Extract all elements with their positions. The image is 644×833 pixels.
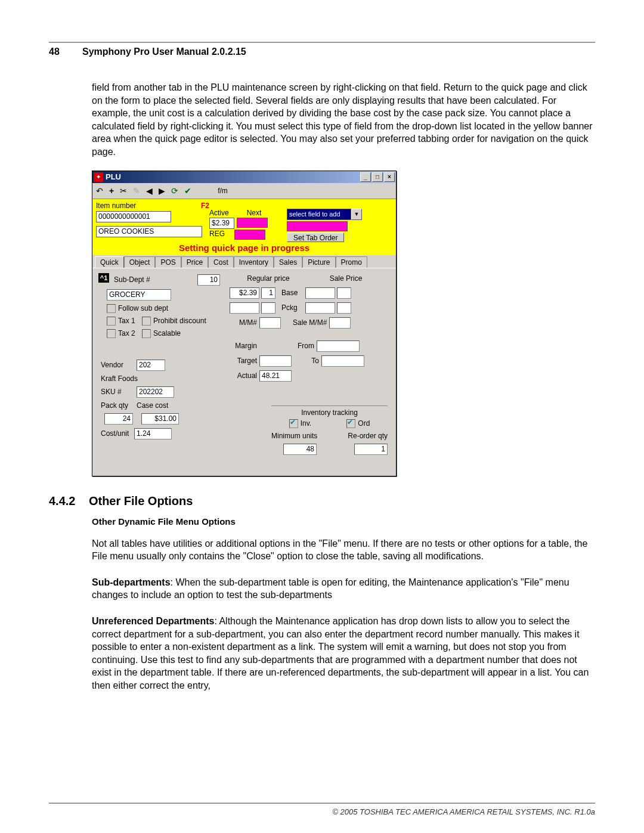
vendor-input[interactable] — [137, 360, 165, 371]
cut-icon[interactable]: ✂ — [120, 186, 127, 196]
reg-label: REG — [209, 230, 232, 240]
casecost-label: Case cost — [137, 401, 168, 410]
tab-cost[interactable]: Cost — [208, 256, 234, 268]
fm-label[interactable]: f/m — [218, 187, 228, 195]
p3-bold: Unreferenced Departments — [92, 616, 214, 626]
page-header: 48 Symphony Pro User Manual 2.0.2.15 — [49, 47, 595, 57]
pckg-qty-input[interactable] — [261, 302, 275, 314]
sale-price-label: Sale Price — [307, 274, 385, 283]
vendor-name: Kraft Foods — [101, 374, 138, 383]
tab-sales[interactable]: Sales — [274, 256, 302, 268]
sale-pckg-qty-input[interactable] — [337, 302, 351, 314]
minimize-button[interactable]: _ — [360, 172, 371, 182]
from-input[interactable] — [317, 340, 360, 352]
undo-icon[interactable]: ↶ — [96, 186, 103, 196]
tax2-checkbox[interactable] — [107, 329, 116, 338]
prev-icon[interactable]: ◀ — [146, 186, 153, 196]
casecost-input[interactable] — [141, 413, 179, 425]
subdept-name-input[interactable] — [107, 289, 171, 301]
base-label: Base — [281, 289, 305, 297]
sku-input[interactable] — [137, 386, 174, 398]
intro-paragraph: field from another tab in the PLU mainte… — [92, 81, 595, 159]
mm-label: M/M# — [230, 318, 257, 327]
combo-dropdown-icon[interactable]: ▼ — [351, 209, 362, 220]
packqty-input[interactable] — [104, 413, 133, 425]
refresh-icon[interactable]: ⟳ — [171, 186, 178, 196]
titlebar: ✦ PLU _ □ × — [92, 171, 396, 183]
section-title: Other File Options — [89, 494, 193, 507]
subdept-input[interactable] — [197, 274, 220, 286]
plu-window: ✦ PLU _ □ × ↶ + ✂ ✎ ◀ ▶ ⟳ ✔ f/m Ite — [92, 171, 397, 476]
active-price-input[interactable] — [209, 218, 234, 229]
target-label: Target — [230, 357, 257, 365]
regular-price-label: Regular price — [230, 274, 307, 283]
reorder-label: Re-order qty — [348, 432, 388, 440]
next-icon[interactable]: ▶ — [159, 186, 165, 196]
inv-label: Inv. — [301, 419, 311, 428]
active-label: Active — [209, 209, 229, 217]
sale-mm-input[interactable] — [329, 317, 351, 329]
app-icon: ✦ — [94, 172, 103, 182]
next-field-3[interactable] — [287, 221, 348, 231]
scalable-label: Scalable — [153, 329, 181, 337]
select-field-combo[interactable]: select field to add — [287, 209, 351, 220]
maximize-button[interactable]: □ — [372, 172, 383, 182]
inventory-tracking-box: Inventory tracking Inv. Ord Minimum unit… — [271, 405, 388, 459]
sale-pckg-price-input[interactable] — [305, 302, 335, 314]
next-field-1[interactable] — [237, 218, 268, 228]
prohibit-label: Prohibit discount — [153, 317, 206, 325]
target-input[interactable] — [259, 355, 292, 367]
next-field-2[interactable] — [234, 230, 265, 240]
plus-icon[interactable]: + — [109, 186, 114, 196]
tab-object[interactable]: Object — [124, 256, 156, 268]
section-subtitle: Other Dynamic File Menu Options — [92, 516, 595, 527]
tab-promo[interactable]: Promo — [336, 256, 367, 268]
packqty-label: Pack qty — [101, 401, 137, 410]
window-title: PLU — [106, 172, 360, 181]
actual-input[interactable] — [259, 370, 292, 382]
vendor-label: Vendor — [101, 361, 137, 369]
reorder-input[interactable] — [354, 444, 388, 455]
ord-label: Ord — [358, 419, 370, 428]
base-price-input[interactable] — [230, 287, 259, 299]
close-button[interactable]: × — [384, 172, 395, 182]
min-units-label: Minimum units — [271, 432, 317, 440]
yellow-banner: Item number F2 Active Next — [92, 199, 396, 255]
section-p2: Sub-departments: When the sub-department… — [92, 576, 595, 602]
edit-icon[interactable]: ✎ — [133, 186, 140, 196]
to-input[interactable] — [321, 355, 364, 367]
min-units-input[interactable] — [283, 444, 317, 455]
follow-sub-label: Follow sub dept — [118, 304, 168, 312]
sale-base-price-input[interactable] — [305, 287, 335, 299]
section-p3: Unreferenced Departments: Although the M… — [92, 615, 595, 692]
description-input[interactable] — [96, 226, 202, 237]
tab-pos[interactable]: POS — [155, 256, 181, 268]
p2-bold: Sub-departments — [92, 577, 171, 587]
to-label: To — [298, 357, 319, 365]
scalable-checkbox[interactable] — [142, 329, 151, 338]
prohibit-checkbox[interactable] — [142, 317, 151, 326]
tab-price[interactable]: Price — [181, 256, 208, 268]
tax1-checkbox[interactable] — [107, 317, 116, 326]
tab-quick[interactable]: Quick — [95, 256, 124, 268]
page-footer: © 2005 TOSHIBA TEC AMERICA AMERICA RETAI… — [49, 803, 595, 816]
item-number-input[interactable] — [96, 211, 171, 222]
ord-checkbox[interactable] — [346, 419, 355, 428]
section-number: 4.4.2 — [49, 494, 75, 507]
from-label: From — [293, 342, 314, 350]
follow-sub-checkbox[interactable] — [107, 304, 116, 313]
mm-input[interactable] — [259, 317, 281, 329]
base-qty-input[interactable] — [261, 287, 275, 299]
tab-inventory[interactable]: Inventory — [234, 256, 274, 268]
next-label: Next — [247, 209, 262, 217]
costunit-input[interactable] — [134, 428, 172, 439]
sale-base-qty-input[interactable] — [337, 287, 351, 299]
set-tab-order-button[interactable]: Set Tab Order — [287, 233, 344, 242]
tab-picture[interactable]: Picture — [302, 256, 335, 268]
check-icon[interactable]: ✔ — [184, 186, 191, 196]
costunit-label: Cost/unit — [101, 429, 134, 438]
pckg-price-input[interactable] — [230, 302, 259, 314]
inv-checkbox[interactable] — [289, 419, 298, 428]
tax1-label: Tax 1 — [118, 317, 142, 325]
tab-body: ^1 Sub-Dept # Follow sub dept Tax 1 Proh… — [92, 268, 396, 476]
